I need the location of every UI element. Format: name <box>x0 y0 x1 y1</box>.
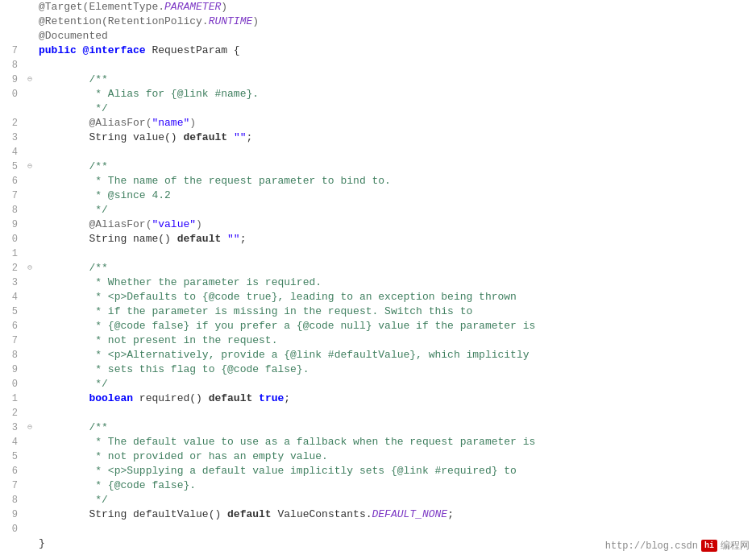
fold-icon[interactable]: ⊖ <box>24 420 35 435</box>
code-line: 9 * sets this flag to {@code false}. <box>0 362 756 377</box>
code-line: 8 <box>0 58 756 72</box>
code-line: 8 */ <box>0 203 756 217</box>
watermark: http://blog.csdn hi 编程网 <box>605 539 750 553</box>
code-token: /** <box>39 73 108 85</box>
code-line: @Documented <box>0 29 756 43</box>
code-content: */ <box>35 203 756 217</box>
code-token: public <box>39 44 83 56</box>
code-token <box>227 131 234 143</box>
line-number: 9 <box>0 72 24 87</box>
line-number: 9 <box>0 507 24 522</box>
line-number: 9 <box>0 217 24 232</box>
code-token: "" <box>227 233 240 245</box>
code-content: /** <box>35 72 756 87</box>
code-line: 0 */ <box>0 377 756 391</box>
line-number: 6 <box>0 464 24 478</box>
code-token: /** <box>39 421 108 433</box>
code-token: * {@code false} if you prefer a {@code n… <box>39 320 535 332</box>
code-token: "name" <box>152 117 189 129</box>
line-number: 2 <box>0 406 24 420</box>
code-line: */ <box>0 101 756 116</box>
line-number: 1 <box>0 391 24 406</box>
code-line: 6 * <p>Supplying a default value implici… <box>0 464 756 478</box>
line-number: 7 <box>0 43 24 58</box>
code-content: /** <box>35 261 756 275</box>
code-token: @AliasFor( <box>39 218 152 230</box>
code-line: 9 String defaultValue() default ValueCon… <box>0 507 756 522</box>
line-number: 0 <box>0 377 24 391</box>
code-token: * @since 4.2 <box>39 189 171 201</box>
code-content: boolean required() default true; <box>35 391 756 406</box>
line-number: 7 <box>0 188 24 203</box>
code-line: 2⊖ /** <box>0 261 756 275</box>
code-token: * not provided or has an empty value. <box>39 450 328 462</box>
code-token: default <box>183 131 227 143</box>
code-line: @Target(ElementType.PARAMETER) <box>0 0 756 14</box>
watermark-logo: hi <box>701 540 717 552</box>
code-token: ) <box>252 15 259 27</box>
watermark-url: http://blog.csdn <box>605 540 698 552</box>
code-line: 6 * The name of the request parameter to… <box>0 174 756 188</box>
code-line: 7public @interface RequestParam { <box>0 43 756 58</box>
code-content: @AliasFor("name") <box>35 116 756 130</box>
code-content: /** <box>35 420 756 435</box>
code-content: String value() default ""; <box>35 130 756 145</box>
code-token: PARAMETER <box>164 1 221 13</box>
code-line: 6 * {@code false} if you prefer a {@code… <box>0 319 756 333</box>
code-token <box>221 233 227 245</box>
code-content: @AliasFor("value") <box>35 217 756 232</box>
code-content: * not provided or has an empty value. <box>35 449 756 464</box>
code-line: 4 <box>0 145 756 159</box>
code-token: * Whether the parameter is required. <box>39 276 322 288</box>
code-token: */ <box>39 494 108 506</box>
code-content: String name() default ""; <box>35 232 756 246</box>
line-number: 8 <box>0 203 24 217</box>
code-token: RUNTIME <box>209 15 253 27</box>
code-content: @Documented <box>35 29 756 43</box>
code-line: 2 @AliasFor("name") <box>0 116 756 130</box>
code-line: 9⊖ /** <box>0 72 756 87</box>
code-content: @Retention(RetentionPolicy.RUNTIME) <box>35 14 756 29</box>
code-line: 1 boolean required() default true; <box>0 391 756 406</box>
code-token: /** <box>39 160 108 172</box>
code-line: 5 * if the parameter is missing in the r… <box>0 304 756 319</box>
fold-icon[interactable]: ⊖ <box>24 72 35 87</box>
code-content: * @since 4.2 <box>35 188 756 203</box>
code-token <box>252 392 259 404</box>
code-line: 0 <box>0 522 756 536</box>
code-line: 7 * @since 4.2 <box>0 188 756 203</box>
line-number: 9 <box>0 362 24 377</box>
code-content: /** <box>35 159 756 174</box>
code-line: 5 * not provided or has an empty value. <box>0 449 756 464</box>
code-token: #name}. <box>209 88 259 100</box>
line-number: 5 <box>0 304 24 319</box>
code-token: RequestParam { <box>146 44 240 56</box>
code-token: @Documented <box>39 30 108 42</box>
line-number: 5 <box>0 159 24 174</box>
code-line: 8 */ <box>0 493 756 507</box>
code-line: 7 * {@code false}. <box>0 478 756 493</box>
code-token: @Retention(RetentionPolicy. <box>39 15 209 27</box>
code-token: } <box>39 537 45 549</box>
code-token: @AliasFor( <box>39 117 152 129</box>
line-number: 2 <box>0 261 24 275</box>
fold-icon[interactable]: ⊖ <box>24 159 35 174</box>
code-token: * The default value to use as a fallback… <box>39 436 535 448</box>
code-line: 5⊖ /** <box>0 159 756 174</box>
line-number: 8 <box>0 58 24 72</box>
code-token: * <p>Defaults to {@code true}, leading t… <box>39 291 517 303</box>
code-token: default <box>209 392 253 404</box>
code-line: 3 String value() default ""; <box>0 130 756 145</box>
code-token: /** <box>39 262 108 274</box>
code-token: String defaultValue() <box>39 508 227 520</box>
code-token: * <p>Supplying a default value implicitl… <box>39 465 517 477</box>
line-number: 4 <box>0 145 24 159</box>
fold-icon[interactable]: ⊖ <box>24 261 35 275</box>
code-content: * {@code false}. <box>35 478 756 493</box>
code-token: @link <box>177 88 209 100</box>
line-number: 8 <box>0 348 24 362</box>
code-token: String value() <box>39 131 183 143</box>
code-token: "" <box>234 131 247 143</box>
watermark-site: 编程网 <box>721 539 750 553</box>
code-content: * {@code false} if you prefer a {@code n… <box>35 319 756 333</box>
